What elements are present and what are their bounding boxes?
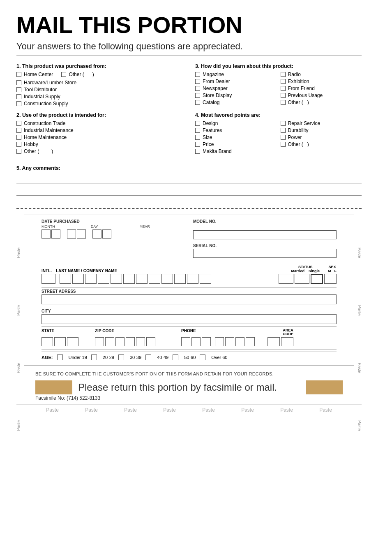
q2-option-other[interactable]: Other ( ) — [16, 148, 183, 154]
phone-box-3[interactable] — [202, 337, 211, 346]
name-box-9[interactable] — [161, 274, 173, 284]
q1-option-hardware[interactable]: Hardware/Lumber Store — [16, 80, 183, 86]
city-input[interactable] — [42, 314, 337, 324]
q4-option-design[interactable]: Design — [195, 120, 277, 126]
month-box-1[interactable] — [42, 229, 51, 239]
zip-box-4[interactable] — [126, 337, 135, 346]
name-box-2[interactable] — [72, 274, 84, 284]
q4-option-features[interactable]: Features — [195, 127, 277, 133]
name-box-5[interactable] — [111, 274, 122, 284]
q1-option-other[interactable]: Other ( ) — [61, 72, 94, 77]
q4-option-size[interactable]: Size — [195, 134, 277, 140]
checkbox-home-center[interactable] — [16, 72, 21, 77]
name-box-3[interactable] — [85, 274, 97, 284]
paste-bottom-3[interactable]: Paste — [124, 407, 137, 413]
phone-box-1[interactable] — [181, 337, 190, 346]
paste-bottom-4[interactable]: Paste — [163, 407, 176, 413]
checkbox-other[interactable] — [61, 72, 66, 77]
sex-f-box[interactable] — [324, 274, 337, 284]
name-box-12[interactable] — [200, 274, 211, 284]
q2-label: 2. Use of the product is intended for: — [16, 112, 183, 118]
state-box-1[interactable] — [42, 337, 53, 346]
zip-box-2[interactable] — [105, 337, 114, 346]
comment-line-2[interactable] — [16, 187, 362, 196]
state-box-2[interactable] — [54, 337, 66, 346]
q2-option-home-maint[interactable]: Home Maintenance — [16, 134, 183, 140]
q2-option-industrial-maint[interactable]: Industrial Maintenance — [16, 127, 183, 133]
q1-option-industrial[interactable]: Industrial Supply — [16, 94, 183, 100]
age-cb-40-49[interactable] — [145, 354, 151, 360]
status-married-box[interactable] — [279, 274, 293, 284]
phone-box-5[interactable] — [225, 337, 234, 346]
q3-option-other[interactable]: Other ( ) — [281, 100, 362, 105]
q1-option-tool-dist[interactable]: Tool Distributor — [16, 87, 183, 93]
year-box-1[interactable] — [92, 229, 101, 239]
intl-box[interactable] — [42, 274, 55, 284]
q3-option-from-friend[interactable]: From Friend — [281, 86, 362, 91]
q4-option-makita[interactable]: Makita Brand — [195, 148, 277, 154]
q1-option-construction[interactable]: Construction Supply — [16, 101, 183, 107]
name-box-1[interactable] — [60, 274, 71, 284]
paste-bottom-7[interactable]: Paste — [280, 407, 293, 413]
name-box-4[interactable] — [98, 274, 109, 284]
q3-option-from-dealer[interactable]: From Dealer — [195, 79, 277, 84]
checkbox-tool-dist[interactable] — [16, 87, 21, 92]
q2-option-construction-trade[interactable]: Construction Trade — [16, 120, 183, 126]
month-box-2[interactable] — [51, 229, 60, 239]
q1-option-home-center[interactable]: Home Center — [16, 72, 53, 77]
zip-box-6[interactable] — [146, 337, 155, 346]
q3-option-magazine[interactable]: Magazine — [195, 72, 277, 77]
age-cb-under19[interactable] — [57, 354, 63, 360]
day-box-2[interactable] — [77, 229, 86, 239]
age-cb-20-29[interactable] — [91, 354, 97, 360]
checkbox-industrial[interactable] — [16, 94, 21, 99]
q3-option-catalog[interactable]: Catalog — [195, 100, 277, 105]
paste-side-right-4: Paste — [357, 420, 362, 431]
zip-box-5[interactable] — [136, 337, 145, 346]
paste-bottom-2[interactable]: Paste — [85, 407, 98, 413]
phone-box-4[interactable] — [215, 337, 224, 346]
name-box-8[interactable] — [149, 274, 160, 284]
status-single-box[interactable] — [295, 274, 309, 284]
q3-option-radio[interactable]: Radio — [281, 72, 362, 77]
checkbox-construction[interactable] — [16, 101, 21, 106]
paste-bottom-8[interactable]: Paste — [319, 407, 332, 413]
q3-option-newspaper[interactable]: Newspaper — [195, 86, 277, 91]
year-box-2[interactable] — [102, 229, 111, 239]
state-box-3[interactable] — [67, 337, 78, 346]
paste-bottom-6[interactable]: Paste — [241, 407, 254, 413]
name-box-11[interactable] — [187, 274, 198, 284]
zip-box-1[interactable] — [95, 337, 104, 346]
phone-box-7[interactable] — [246, 337, 255, 346]
day-box-1[interactable] — [67, 229, 76, 239]
sex-m-box[interactable] — [311, 274, 323, 284]
phone-box-6[interactable] — [235, 337, 244, 346]
paste-bottom-1[interactable]: Paste — [46, 407, 59, 413]
comment-line-1[interactable] — [16, 174, 362, 183]
checkbox-hardware[interactable] — [16, 80, 21, 85]
q4-option-other[interactable]: Other ( ) — [281, 141, 362, 147]
area-code-box-2[interactable] — [281, 337, 293, 346]
name-box-7[interactable] — [136, 274, 148, 284]
model-no-input[interactable] — [193, 230, 337, 239]
paste-bottom-5[interactable]: Paste — [202, 407, 215, 413]
q4-option-power[interactable]: Power — [281, 134, 362, 140]
q3-option-exhibition[interactable]: Exhibition — [281, 79, 362, 84]
age-cb-30-39[interactable] — [118, 354, 124, 360]
q2-option-hobby[interactable]: Hobby — [16, 141, 183, 147]
city-label: CITY — [42, 309, 337, 313]
q4-option-price[interactable]: Price — [195, 141, 277, 147]
q3-option-previous-usage[interactable]: Previous Usage — [281, 93, 362, 98]
age-cb-50-60[interactable] — [173, 354, 178, 360]
q4-option-durability[interactable]: Durability — [281, 127, 362, 133]
age-cb-over60[interactable] — [200, 354, 205, 360]
name-box-10[interactable] — [174, 274, 186, 284]
q3-option-store-display[interactable]: Store Display — [195, 93, 277, 98]
q4-option-repair[interactable]: Repair Service — [281, 120, 362, 126]
name-box-6[interactable] — [123, 274, 135, 284]
phone-box-2[interactable] — [191, 337, 201, 346]
street-address-input[interactable] — [42, 294, 337, 304]
zip-box-3[interactable] — [115, 337, 125, 346]
area-code-box-1[interactable] — [267, 337, 280, 346]
serial-no-input[interactable] — [193, 249, 337, 258]
